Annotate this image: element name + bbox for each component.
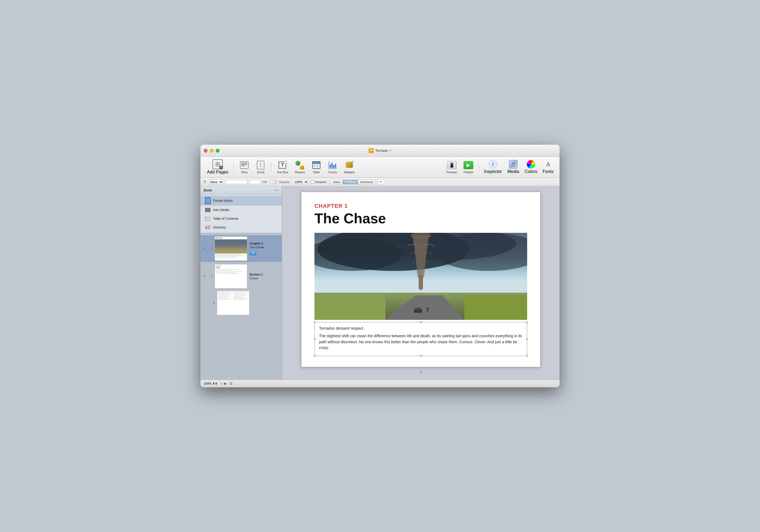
widgets-button[interactable]: Widgets [342, 159, 357, 175]
svg-rect-29 [415, 308, 421, 310]
handle-tl[interactable] [314, 321, 315, 323]
style-select[interactable]: None [208, 179, 223, 184]
sidebar-item-glossary[interactable]: A-Z Glossary [201, 223, 282, 232]
zoom-control[interactable]: 100% ⬆⬇ [204, 382, 217, 385]
svg-rect-31 [427, 310, 428, 312]
thumbnails-area[interactable]: ▼ 1 The Chase [201, 233, 282, 380]
thumbnail-item-1[interactable]: ▼ 1 The Chase [201, 235, 282, 262]
page-number-2: 2 [208, 275, 213, 278]
az-icon: A-Z [205, 224, 211, 230]
main-toolbar: ⊞ + Add Pages View [201, 157, 559, 177]
shapes-button[interactable]: Shapes [292, 159, 307, 175]
preview-button[interactable]: 📱 Preview [444, 159, 459, 175]
anchored-button[interactable]: Anchored [358, 180, 375, 184]
publish-icon: ▶ [463, 161, 473, 169]
fonts-button[interactable]: A Fonts [541, 159, 555, 175]
shadow-checkbox-label[interactable]: Shadow [310, 180, 326, 184]
next-page-button[interactable]: ▶ [223, 382, 227, 385]
text-box-container: Tornados demand respect. The slightest s… [314, 322, 527, 356]
nav-arrows: ◀ ▶ [219, 382, 227, 385]
textbox-label: Text Box [277, 170, 288, 174]
secondary-toolbar: ¶ None Fill: Opacity: 100% Shadow Inline… [201, 177, 559, 186]
sidebar-item-intro-media[interactable]: Intro Media [201, 206, 282, 214]
table-button[interactable]: Table [309, 159, 323, 175]
view-label: View [241, 170, 248, 174]
fill-swatch[interactable] [269, 180, 277, 184]
zoom-stepper[interactable]: ⬆⬇ [213, 382, 217, 385]
svg-rect-4 [210, 208, 210, 209]
charts-button[interactable]: Charts [326, 159, 340, 175]
paragraph-1: Tornados demand respect. [319, 325, 523, 331]
thumb-label-1: Chapter 1 The Chase ▾ [250, 242, 264, 255]
handle-mb[interactable] [420, 355, 422, 357]
svg-point-30 [427, 307, 429, 310]
table-icon [312, 161, 320, 169]
sidebar-nav: Funnel Vision Intr [201, 195, 282, 233]
shadow-checkbox[interactable] [310, 180, 314, 184]
preview-label: Preview [447, 170, 457, 174]
floating-button[interactable]: Floating [343, 180, 358, 184]
svg-rect-5 [210, 210, 210, 210]
colors-label: Colors [525, 169, 537, 174]
handle-br[interactable] [526, 355, 528, 357]
settings-icon[interactable]: ⚙ [229, 381, 233, 386]
maximize-button[interactable] [216, 149, 219, 153]
sidebar-header: Book — [201, 186, 282, 195]
sidebar-item-table-of-contents[interactable]: Table of Contents [201, 214, 282, 223]
text-content: Tornados demand respect. The slightest s… [319, 325, 523, 351]
view-button[interactable]: View [237, 159, 251, 175]
sidebar-item-funnel-vision[interactable]: Funnel Vision [201, 196, 282, 206]
thumbnail-item-3[interactable]: 3 [208, 290, 282, 316]
thumb-preview-3 [217, 291, 250, 315]
close-button[interactable] [204, 149, 208, 153]
colors-button[interactable]: Colors [523, 159, 539, 175]
expand-arrow-1[interactable]: ▼ [203, 247, 206, 251]
publish-button[interactable]: ▶ Publish [461, 159, 475, 175]
thumbnail-group-2: ▼ 2 SECTION 1 Cones [201, 262, 282, 316]
view-icon [240, 161, 249, 169]
scroll-button[interactable]: Scroll [254, 159, 268, 175]
svg-rect-10 [207, 219, 211, 219]
handle-mr[interactable] [526, 338, 528, 340]
svg-rect-11 [205, 220, 206, 221]
expand-section-button[interactable]: ▾ [250, 251, 257, 255]
textbox-icon: T [278, 162, 286, 169]
handle-bl[interactable] [314, 355, 315, 357]
sidebar: Book — Funnel Vision [201, 186, 282, 380]
minimize-button[interactable] [210, 149, 214, 153]
add-pages-button[interactable]: ⊞ + Add Pages [205, 158, 230, 176]
svg-rect-3 [205, 211, 206, 212]
widgets-label: Widgets [344, 170, 355, 174]
fill-label: Fill: [262, 180, 267, 184]
handle-tr[interactable] [526, 321, 528, 323]
charts-label: Charts [328, 170, 337, 174]
toolbar-divider-1 [234, 161, 234, 173]
expand-arrow-2[interactable]: ▼ [203, 274, 206, 278]
bottom-bar: 100% ⬆⬇ ◀ ▶ ⚙ [201, 380, 559, 387]
thumbnail-item-2[interactable]: ▼ 2 SECTION 1 Cones [201, 263, 282, 290]
page-area[interactable]: CHAPTER 1 The Chase [282, 186, 559, 380]
handle-mt[interactable] [420, 321, 422, 323]
opacity-select[interactable]: 100% [292, 179, 309, 184]
fonts-icon: A [544, 160, 552, 169]
text-box[interactable]: Tornados demand respect. The slightest s… [314, 322, 527, 356]
svg-rect-9 [205, 218, 206, 219]
book-icon [205, 197, 211, 204]
toolbar-divider-3 [479, 161, 479, 173]
scroll-label: Scroll [257, 170, 265, 174]
inline-button[interactable]: Inline [331, 180, 343, 184]
textbox-button[interactable]: T Text Box [274, 159, 290, 175]
wrap-options[interactable]: ≡▾ [378, 179, 384, 184]
media-button[interactable]: 🎵 Media [506, 159, 521, 175]
sidebar-collapse[interactable]: — [274, 188, 278, 193]
inspector-button[interactable]: i Inspector [482, 159, 503, 175]
style-bar-2[interactable] [250, 180, 260, 184]
traffic-lights [204, 149, 219, 153]
prev-page-button[interactable]: ◀ [219, 382, 223, 385]
shapes-label: Shapes [295, 170, 305, 174]
page-image [314, 233, 527, 320]
media-icon: 🎵 [509, 160, 518, 169]
page-number-3: 3 [210, 301, 214, 305]
style-bar[interactable] [225, 180, 247, 184]
handle-ml[interactable] [314, 338, 315, 340]
